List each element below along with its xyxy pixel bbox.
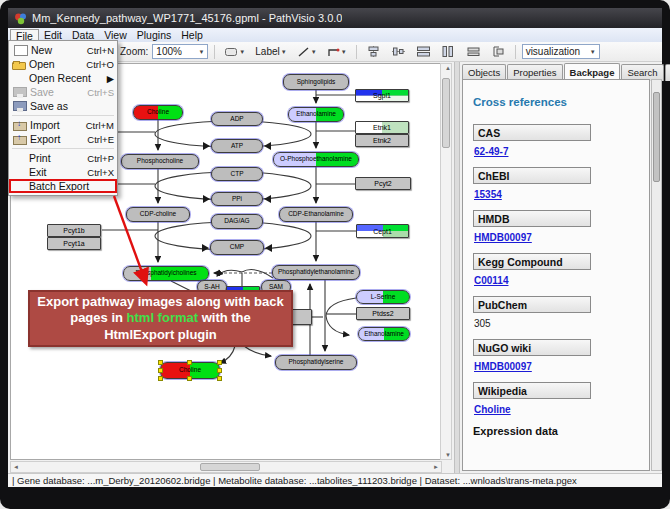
- node-ethanolamine-top[interactable]: Ethanolamine: [288, 107, 344, 122]
- xref-link[interactable]: Choline: [474, 404, 649, 415]
- node-ptdss2[interactable]: Ptdss2: [356, 307, 410, 320]
- node-label: Pcyt1a: [63, 240, 84, 247]
- menu-help[interactable]: Help: [176, 29, 208, 42]
- cross-references-heading: Cross references: [473, 96, 649, 108]
- file-menu-item-open-recent[interactable]: Open Recent▶: [9, 71, 117, 85]
- selection-handle[interactable]: [187, 360, 192, 365]
- scroll-left-icon[interactable]: ◄: [11, 464, 21, 470]
- node-sgpl1[interactable]: Sgpl1: [355, 89, 409, 102]
- selection-handle[interactable]: [217, 360, 222, 365]
- node-sphingolipids[interactable]: Sphingolipids: [283, 74, 349, 90]
- scroll-down-icon[interactable]: ▼: [443, 452, 453, 458]
- node-cdp-choline[interactable]: CDP-choline: [126, 207, 190, 222]
- node-ctp[interactable]: CTP: [211, 167, 263, 181]
- node-phosphatidylethanolamine[interactable]: Phosphatidylethanolamine: [272, 265, 360, 280]
- distribute-horizontal-button[interactable]: [413, 44, 434, 60]
- node-atp[interactable]: ATP: [211, 139, 263, 153]
- tab-legend[interactable]: Legend: [665, 64, 670, 81]
- status-bar: | Gene database: ...m_Derby_20120602.bri…: [8, 473, 662, 487]
- selection-handle[interactable]: [158, 376, 163, 381]
- canvas-vertical-scrollbar[interactable]: ▲ ▼: [440, 63, 452, 460]
- file-menu-item-export[interactable]: ExportCtrl+E: [9, 132, 117, 146]
- new-label-button[interactable]: Label ▼: [252, 44, 289, 60]
- file-menu-item-batch-export[interactable]: Batch Export: [9, 179, 117, 193]
- node-ppi[interactable]: PPi: [211, 192, 263, 206]
- selection-handle[interactable]: [158, 368, 163, 373]
- xref-link[interactable]: HMDB00097: [474, 232, 649, 243]
- xref-section-cas: CAS62-49-7: [473, 124, 649, 157]
- expression-data-heading: Expression data: [473, 425, 649, 437]
- node-adp[interactable]: ADP: [211, 112, 263, 126]
- node-o-phosphoethanolamine[interactable]: O-Phosphoethanolamine: [273, 152, 359, 167]
- align-center-icon: [366, 45, 381, 58]
- node-pcyt1b[interactable]: Pcyt1b: [47, 224, 101, 237]
- visualization-select[interactable]: visualization▼: [522, 44, 600, 59]
- scroll-right-icon[interactable]: ►: [431, 464, 441, 470]
- node-pcyt1a[interactable]: Pcyt1a: [47, 237, 101, 250]
- xref-link[interactable]: 15354: [474, 189, 649, 200]
- new-datanode-button[interactable]: ▼: [221, 44, 248, 60]
- zoom-select[interactable]: 100%▼: [152, 44, 208, 59]
- xref-link[interactable]: 62-49-7: [474, 146, 649, 157]
- node-choline-top[interactable]: Choline: [133, 105, 183, 120]
- distribute-horizontal-icon: [416, 45, 431, 58]
- scrollbar-thumb[interactable]: [200, 463, 260, 471]
- common-height-button[interactable]: [488, 44, 509, 60]
- line-tool-button[interactable]: ▼: [294, 44, 320, 60]
- file-menu-item-exit[interactable]: ExitCtrl+X: [9, 165, 117, 179]
- chevron-down-icon: ▼: [198, 49, 204, 55]
- connector-tool-button[interactable]: ▼: [324, 44, 350, 60]
- scrollbar-thumb[interactable]: [653, 92, 660, 182]
- folder-icon: [12, 62, 26, 70]
- node-pcyt2[interactable]: Pcyt2: [355, 177, 411, 190]
- selection-handle[interactable]: [217, 376, 222, 381]
- selection-handle[interactable]: [187, 376, 192, 381]
- file-menu-item-save-as[interactable]: Save as: [9, 99, 117, 113]
- node-l-serine[interactable]: L-Serine: [356, 290, 410, 304]
- xref-header: NuGO wiki: [473, 339, 591, 356]
- distribute-vertical-button[interactable]: [438, 44, 459, 60]
- file-menu-item-save[interactable]: SaveCtrl+S: [9, 85, 117, 99]
- node-cmp[interactable]: CMP: [210, 240, 264, 255]
- file-menu-item-new[interactable]: NewCtrl+N: [9, 43, 117, 57]
- annotation-line1: Export pathway images along with back: [37, 294, 283, 310]
- scroll-up-icon[interactable]: ▲: [443, 65, 453, 71]
- tab-backpage[interactable]: Backpage: [564, 63, 621, 80]
- menu-item-label: Exit: [29, 166, 83, 178]
- node-phosphocholine[interactable]: Phosphocholine: [121, 154, 199, 169]
- node-phosphatidylcholines[interactable]: Phosphatidylcholines: [123, 266, 209, 281]
- node-ethanolamine-bottom[interactable]: Ethanolamine: [358, 327, 410, 341]
- node-label: CMP: [230, 244, 244, 251]
- toolbar-separator: [356, 45, 357, 59]
- elbow-connector-icon: [327, 46, 340, 58]
- file-menu-item-print[interactable]: PrintCtrl+P: [9, 151, 117, 165]
- scrollbar-thumb[interactable]: [442, 78, 450, 148]
- node-label: Ethanolamine: [364, 331, 404, 338]
- panel-scrollbar[interactable]: [651, 79, 662, 471]
- canvas-horizontal-scrollbar[interactable]: ◄ ►: [10, 461, 442, 473]
- menu-plugins[interactable]: Plugins: [132, 29, 176, 42]
- file-menu-item-import[interactable]: ImportCtrl+M: [9, 118, 117, 132]
- align-center-button[interactable]: [363, 44, 384, 60]
- file-menu-item-open[interactable]: OpenCtrl+O: [9, 57, 117, 71]
- menu-separator: [12, 148, 114, 149]
- xref-header: Kegg Compound: [473, 253, 591, 270]
- node-label: Pcyt2: [374, 180, 392, 187]
- disk-icon: [13, 101, 27, 111]
- node-dag-ag[interactable]: DAG/AG: [211, 214, 263, 229]
- node-choline-bottom[interactable]: Choline: [160, 362, 220, 379]
- xref-link[interactable]: C00114: [474, 275, 649, 286]
- align-middle-button[interactable]: [388, 44, 409, 60]
- node-etnk1[interactable]: Etnk1: [355, 121, 409, 134]
- selection-handle[interactable]: [217, 368, 222, 373]
- node-cept1[interactable]: Cept1: [356, 224, 409, 238]
- node-phosphatidylserine[interactable]: Phosphatidylserine: [275, 355, 357, 370]
- common-bounds-button[interactable]: [463, 44, 484, 60]
- menu-item-label: Open Recent: [29, 72, 103, 84]
- selection-handle[interactable]: [158, 360, 163, 365]
- xref-section-wikipedia: WikipediaCholine: [473, 382, 649, 415]
- node-cdp-ethanolamine[interactable]: CDP-Ethanolamine: [279, 207, 353, 222]
- xref-link[interactable]: HMDB00097: [474, 361, 649, 372]
- node-etnk2[interactable]: Etnk2: [355, 134, 409, 147]
- zoom-label: Zoom:: [120, 46, 148, 57]
